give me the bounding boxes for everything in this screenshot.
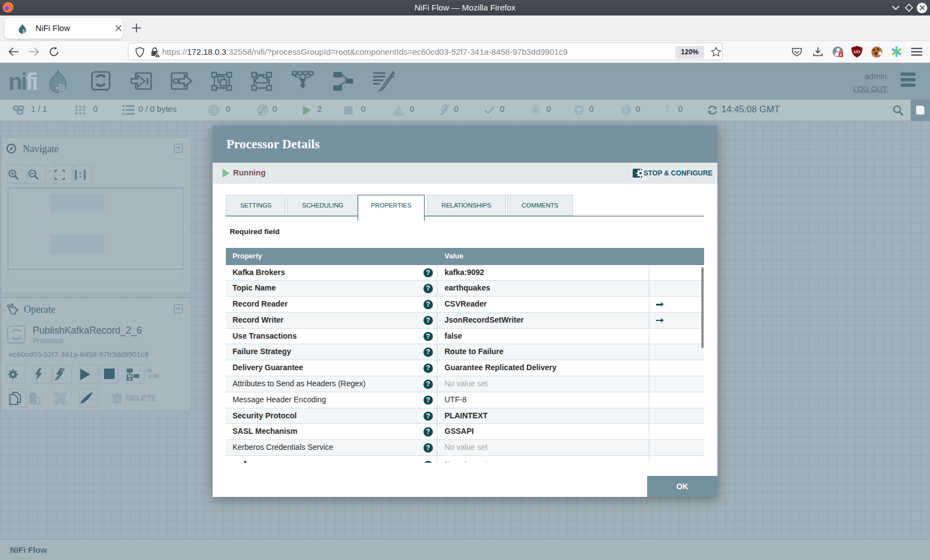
svg-text:UO: UO xyxy=(854,49,860,54)
